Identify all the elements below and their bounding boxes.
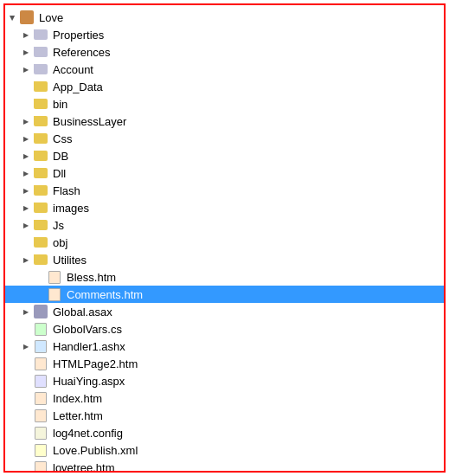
- tree-item-log4net[interactable]: log4net.config: [5, 424, 444, 441]
- folder-icon: [34, 203, 48, 213]
- tree-item-dll[interactable]: ▶Dll: [5, 164, 444, 182]
- ashx-file-icon: [35, 340, 47, 353]
- tree-item-globalvars[interactable]: GlobolVars.cs: [5, 320, 444, 338]
- folder-icon: [34, 81, 48, 92]
- tree-item-js[interactable]: ▶Js: [5, 216, 444, 234]
- tree-label-images: images: [53, 202, 444, 215]
- tree-item-letter[interactable]: Letter.htm: [5, 407, 444, 424]
- tree-item-comments[interactable]: Comments.htm: [5, 286, 444, 303]
- expander-comments: [33, 286, 47, 303]
- tree-item-love[interactable]: ▶Love: [5, 9, 444, 26]
- tree-item-businesslayer[interactable]: ▶BusinessLayer: [5, 113, 444, 130]
- tree-label-utilites: Utilites: [53, 254, 444, 267]
- expander-handler1[interactable]: ▶: [19, 338, 33, 355]
- folder-icon: [34, 254, 48, 265]
- references-icon: [34, 47, 48, 57]
- tree-item-images[interactable]: ▶images: [5, 199, 444, 216]
- tree-label-handler1: Handler1.ashx: [53, 340, 444, 353]
- expander-htmlpage2: [19, 355, 33, 372]
- expander-db[interactable]: ▶: [19, 147, 33, 164]
- tree-label-log4net: log4net.config: [53, 427, 444, 440]
- expander-dll[interactable]: ▶: [19, 164, 33, 182]
- tree-item-references[interactable]: ▶References: [5, 43, 444, 61]
- tree-item-handler1[interactable]: ▶Handler1.ashx: [5, 338, 444, 355]
- tree-item-account[interactable]: ▶Account: [5, 61, 444, 78]
- tree-item-htmlpage2[interactable]: HTMLPage2.htm: [5, 355, 444, 372]
- tree-item-bless[interactable]: Bless.htm: [5, 268, 444, 286]
- tree-item-obj[interactable]: obj: [5, 234, 444, 251]
- tree-label-properties: Properties: [53, 29, 444, 42]
- expander-utilites[interactable]: ▶: [19, 251, 33, 268]
- folder-icon: [34, 151, 48, 161]
- special-folder-icon: [34, 29, 48, 40]
- tree-label-businesslayer: BusinessLayer: [53, 115, 444, 128]
- expander-huaiying: [19, 372, 33, 389]
- tree-item-app_data[interactable]: App_Data: [5, 78, 444, 95]
- tree-label-obj: obj: [53, 236, 444, 249]
- folder-icon: [34, 168, 48, 178]
- expander-lovetree: [19, 459, 33, 473]
- tree-item-css[interactable]: ▶Css: [5, 130, 444, 147]
- tree-item-lovepublish[interactable]: Love.Publish.xml: [5, 441, 444, 459]
- htm-file-icon: [48, 288, 61, 301]
- tree-item-index[interactable]: Index.htm: [5, 389, 444, 407]
- tree-item-global[interactable]: ▶Global.asax: [5, 303, 444, 320]
- expander-lovepublish: [19, 441, 33, 459]
- tree-item-bin[interactable]: bin: [5, 95, 444, 113]
- config-file-icon: [35, 427, 47, 440]
- expander-bless: [33, 268, 47, 286]
- expander-businesslayer[interactable]: ▶: [19, 113, 33, 130]
- tree-label-letter: Letter.htm: [53, 409, 444, 422]
- folder-icon: [34, 116, 48, 126]
- tree-label-references: References: [53, 46, 444, 59]
- tree-label-bless: Bless.htm: [67, 271, 444, 284]
- tree-label-js: Js: [53, 219, 444, 232]
- expander-bin: [19, 95, 33, 113]
- htm-file-icon: [35, 392, 47, 405]
- tree-item-db[interactable]: ▶DB: [5, 147, 444, 164]
- folder-icon: [34, 237, 48, 248]
- folder-icon: [34, 133, 48, 144]
- expander-properties[interactable]: ▶: [19, 26, 33, 43]
- expander-globalvars: [19, 320, 33, 338]
- expander-flash[interactable]: ▶: [19, 182, 33, 199]
- expander-log4net: [19, 424, 33, 441]
- tree-label-db: DB: [53, 150, 444, 163]
- folder-icon: [34, 220, 48, 230]
- global-file-icon: [34, 305, 48, 318]
- tree-label-css: Css: [53, 132, 444, 145]
- folder-icon: [34, 99, 48, 109]
- expander-obj: [19, 234, 33, 251]
- tree-label-globalvars: GlobolVars.cs: [53, 323, 444, 336]
- tree-item-lovetree[interactable]: lovetree.htm: [5, 459, 444, 473]
- tree-label-love: Love: [39, 11, 444, 24]
- tree-label-index: Index.htm: [53, 392, 444, 405]
- expander-css[interactable]: ▶: [19, 130, 33, 147]
- expander-images[interactable]: ▶: [19, 199, 33, 216]
- expander-js[interactable]: ▶: [19, 216, 33, 234]
- aspx-file-icon: [35, 375, 47, 388]
- tree-label-lovetree: lovetree.htm: [53, 461, 444, 473]
- htm-file-icon: [35, 461, 47, 473]
- expander-love[interactable]: ▶: [5, 9, 19, 26]
- expander-app_data: [19, 78, 33, 95]
- expander-letter: [19, 407, 33, 424]
- expander-references[interactable]: ▶: [19, 43, 33, 61]
- expander-account[interactable]: ▶: [19, 61, 33, 78]
- tree-item-flash[interactable]: ▶Flash: [5, 182, 444, 199]
- solution-explorer-tree[interactable]: ▶Love▶Properties▶References▶AccountApp_D…: [3, 3, 446, 473]
- tree-label-app_data: App_Data: [53, 80, 444, 93]
- tree-label-htmlpage2: HTMLPage2.htm: [53, 357, 444, 370]
- expander-index: [19, 389, 33, 407]
- project-icon: [20, 10, 34, 24]
- cs-file-icon: [35, 323, 47, 336]
- tree-label-global: Global.asax: [53, 306, 444, 318]
- tree-item-properties[interactable]: ▶Properties: [5, 26, 444, 43]
- tree-label-comments: Comments.htm: [67, 288, 444, 301]
- tree-label-account: Account: [53, 63, 444, 76]
- xml-file-icon: [35, 444, 47, 457]
- tree-item-utilites[interactable]: ▶Utilites: [5, 251, 444, 268]
- folder-icon: [34, 185, 48, 196]
- expander-global[interactable]: ▶: [19, 303, 33, 320]
- tree-item-huaiying[interactable]: HuaiYing.aspx: [5, 372, 444, 389]
